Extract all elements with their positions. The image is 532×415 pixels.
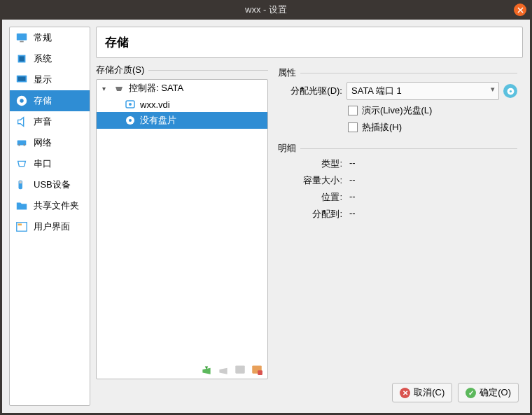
titlebar: wxx - 设置 — [0, 0, 532, 20]
svg-rect-21 — [258, 370, 262, 375]
sidebar-item-storage[interactable]: 存储 — [10, 90, 90, 111]
storage-media-panel: 存储介质(S) ▾ 控制器: SATA wxx.vdi 没有盘片 — [96, 64, 268, 379]
sidebar-item-label: 常规 — [34, 31, 52, 44]
disc-icon — [125, 115, 136, 126]
ui-icon — [15, 220, 28, 233]
controller-item[interactable]: ▾ 控制器: SATA — [97, 80, 267, 97]
remove-attachment-icon[interactable] — [251, 363, 263, 376]
network-icon — [15, 136, 28, 149]
detail-row-size: 容量大小:-- — [278, 174, 517, 187]
svg-rect-14 — [18, 224, 22, 226]
sidebar-item-audio[interactable]: 声音 — [10, 111, 90, 132]
svg-rect-0 — [17, 34, 27, 41]
storage-icon — [15, 94, 28, 107]
close-button[interactable] — [514, 3, 526, 16]
storage-media-label: 存储介质(S) — [96, 64, 268, 76]
sidebar-item-label: 声音 — [34, 115, 52, 128]
optical-item[interactable]: 没有盘片 — [97, 112, 267, 129]
optical-drive-combobox[interactable]: SATA 端口 1 — [346, 82, 499, 100]
svg-rect-19 — [235, 365, 245, 373]
dialog-footer: ✕ 取消(C) ✓ 确定(O) — [96, 379, 523, 406]
svg-point-23 — [509, 90, 511, 92]
sidebar-item-label: 显示 — [34, 73, 52, 86]
detail-row-location: 位置:-- — [278, 191, 517, 204]
add-attachment-icon[interactable] — [234, 363, 246, 376]
disk-item[interactable]: wxx.vdi — [97, 97, 267, 112]
svg-rect-5 — [18, 77, 26, 81]
disk-label: wxx.vdi — [140, 99, 170, 110]
monitor-icon — [15, 31, 28, 44]
sidebar-item-serial[interactable]: 串口 — [10, 153, 90, 174]
svg-rect-9 — [19, 144, 20, 146]
ok-icon: ✓ — [465, 388, 476, 398]
display-icon — [15, 73, 28, 86]
detail-row-attached: 分配到:-- — [278, 208, 517, 220]
attributes-panel: 属性 分配光驱(D): SATA 端口 1 演示(Live)光盘(L) 热插拔(… — [275, 64, 523, 379]
choose-disk-icon[interactable] — [503, 84, 517, 98]
details-group-label: 明细 — [278, 142, 517, 155]
tree-toolbar — [97, 363, 267, 376]
cancel-button[interactable]: ✕ 取消(C) — [392, 383, 452, 402]
hotplug-checkbox[interactable] — [348, 122, 358, 132]
sidebar-item-network[interactable]: 网络 — [10, 132, 90, 153]
ok-button[interactable]: ✓ 确定(O) — [458, 383, 519, 402]
sidebar-item-label: 串口 — [34, 157, 52, 170]
live-cd-checkbox[interactable] — [348, 106, 358, 115]
folder-icon — [15, 199, 28, 212]
sidebar-item-label: 共享文件夹 — [34, 199, 79, 212]
sidebar-item-ui[interactable]: 用户界面 — [10, 216, 90, 237]
sidebar-item-label: 系统 — [34, 52, 52, 65]
optical-label: 没有盘片 — [140, 114, 176, 127]
cancel-icon: ✕ — [400, 388, 410, 398]
sidebar-item-label: 用户界面 — [34, 220, 70, 233]
main-panel: 存储 存储介质(S) ▾ 控制器: SATA wxx.vdi — [96, 27, 523, 406]
speaker-icon — [15, 115, 28, 128]
hotplug-label: 热插拔(H) — [362, 121, 402, 134]
sidebar-item-system[interactable]: 系统 — [10, 48, 90, 69]
hdd-icon — [125, 99, 136, 110]
sidebar-item-label: USB设备 — [34, 178, 71, 191]
sidebar-item-label: 存储 — [34, 94, 52, 107]
drive-label: 分配光驱(D): — [278, 85, 342, 97]
window-title: wxx - 设置 — [245, 3, 287, 16]
content: 存储介质(S) ▾ 控制器: SATA wxx.vdi 没有盘片 — [96, 64, 523, 379]
live-cd-label: 演示(Live)光盘(L) — [362, 104, 432, 117]
settings-dialog: 常规 系统 显示 存储 声音 网络 串口 USB设备 — [2, 20, 530, 413]
serial-icon — [15, 157, 28, 170]
svg-point-7 — [20, 99, 23, 102]
chip-icon — [15, 52, 28, 65]
svg-point-18 — [129, 119, 132, 122]
add-controller-icon[interactable] — [200, 363, 213, 376]
storage-tree[interactable]: ▾ 控制器: SATA wxx.vdi 没有盘片 — [96, 79, 268, 379]
svg-rect-3 — [19, 56, 24, 61]
sidebar-item-label: 网络 — [34, 136, 52, 149]
sidebar-item-shared[interactable]: 共享文件夹 — [10, 195, 90, 216]
controller-label: 控制器: SATA — [129, 82, 183, 94]
detail-row-type: 类型:-- — [278, 157, 517, 170]
usb-icon — [15, 178, 28, 191]
remove-controller-icon[interactable] — [217, 363, 230, 376]
attributes-group-label: 属性 — [278, 66, 517, 79]
sidebar-item-usb[interactable]: USB设备 — [10, 174, 90, 195]
svg-rect-10 — [24, 144, 25, 146]
svg-rect-12 — [19, 181, 22, 184]
sidebar: 常规 系统 显示 存储 声音 网络 串口 USB设备 — [9, 27, 90, 406]
svg-point-16 — [129, 103, 132, 106]
sidebar-item-display[interactable]: 显示 — [10, 69, 90, 90]
sidebar-item-general[interactable]: 常规 — [10, 27, 90, 48]
svg-rect-1 — [20, 41, 23, 43]
controller-icon — [113, 83, 125, 94]
expander-icon[interactable]: ▾ — [102, 85, 109, 92]
page-title: 存储 — [96, 27, 523, 58]
